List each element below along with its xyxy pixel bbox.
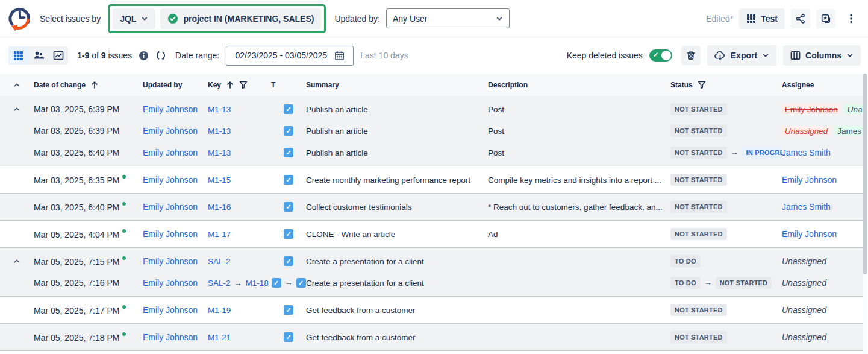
columns-button[interactable]: Columns [783, 45, 861, 66]
column-header-description[interactable]: Description [488, 81, 670, 89]
type-checkbox-value: ✓ [284, 229, 293, 239]
deleted-issues-bin-button[interactable] [681, 46, 701, 65]
status-cell: TO DO [670, 255, 782, 267]
info-button[interactable] [139, 51, 149, 61]
assignee-unassigned: Unassigned [782, 256, 826, 266]
new-change-dot [122, 332, 126, 336]
date-text: Mar 05, 2025, 7:17 PM [34, 306, 119, 315]
chevron-down-icon [846, 52, 854, 59]
issue-key-link[interactable]: SAL-2 [208, 257, 231, 266]
top-bar: Select issues by JQL project IN (MARKETI… [0, 0, 868, 37]
jql-mode-button[interactable]: JQL [113, 8, 155, 29]
type-checkbox-value: ✓ [284, 175, 293, 185]
issue-key-link[interactable]: M1-16 [208, 203, 231, 212]
row-group: Mar 03, 2025, 6:40 PMEmily JohnsonM1-16✓… [0, 194, 863, 221]
keep-deleted-toggle[interactable]: ✓ [649, 49, 672, 62]
status-cell: NOT STARTED→IN PROGRESS [670, 147, 782, 159]
collapse-all-button[interactable] [0, 81, 34, 89]
status-badge: NOT STARTED [716, 277, 772, 289]
updated-by-link[interactable]: Emily Johnson [143, 332, 198, 342]
change-arrow-icon: → [731, 148, 738, 157]
assignee-cell: Emily Johnson [782, 175, 863, 185]
filter-funnel-icon[interactable] [239, 81, 248, 89]
table-view-tab[interactable] [8, 46, 28, 65]
summary-cell: CLONE - Write an article [306, 230, 488, 239]
more-actions-button[interactable] [841, 9, 861, 28]
chevron-down-icon [141, 15, 148, 22]
jql-query-text: project IN (MARKETING, SALES) [183, 14, 314, 24]
assignee-unassigned: Unassigned [782, 305, 826, 315]
summary-cell: Publish an article [306, 148, 488, 157]
share-button[interactable] [791, 9, 810, 28]
assignee-link[interactable]: Emily Johnson [782, 175, 837, 185]
vertical-scrollbar[interactable] [863, 74, 867, 354]
change-arrow-icon: → [704, 278, 712, 287]
column-header-date[interactable]: Date of change [34, 81, 143, 89]
assignee-link[interactable]: James Smith [782, 202, 831, 212]
row-group: Mar 05, 2025, 4:04 PMEmily JohnsonM1-17✓… [0, 221, 863, 248]
refresh-button[interactable] [155, 50, 166, 61]
info-icon [139, 51, 149, 61]
status-cell: NOT STARTED [670, 331, 782, 343]
issue-key-link[interactable]: M1-17 [208, 230, 231, 239]
date-of-change-cell: Mar 05, 2025, 4:04 PM [34, 229, 143, 239]
column-header-assignee[interactable]: Assignee [782, 81, 863, 89]
updated-by-link[interactable]: Emily Johnson [143, 148, 198, 157]
updated-by-value: Any User [393, 14, 428, 24]
updated-by-link[interactable]: Emily Johnson [143, 202, 198, 212]
summary-cell: Create a presentation for a client [306, 279, 488, 288]
saved-reports-button[interactable] [816, 9, 835, 28]
status-badge: NOT STARTED [670, 125, 727, 137]
new-change-dot [122, 305, 126, 309]
table-row: Mar 03, 2025, 6:40 PMEmily JohnsonM1-16✓… [0, 196, 863, 218]
date-range-input[interactable]: 02/23/2025 - 03/05/2025 [226, 46, 354, 66]
sort-arrow-up-icon[interactable] [226, 81, 234, 89]
updated-by-link[interactable]: Emily Johnson [143, 229, 198, 239]
issue-key-link[interactable]: SAL-2 [208, 279, 231, 288]
issue-key-link[interactable]: M1-18 [246, 279, 269, 288]
kebab-menu-icon [846, 13, 856, 24]
column-header-status[interactable]: Status [670, 81, 782, 89]
type-checkbox-value: ✓ [284, 305, 293, 315]
column-header-type[interactable]: T [271, 81, 306, 89]
status-cell: NOT STARTED [670, 201, 782, 213]
column-header-updated-by[interactable]: Updated by [143, 81, 208, 89]
issue-key-link[interactable]: M1-13 [208, 127, 231, 136]
chart-view-tab[interactable] [48, 46, 68, 65]
summary-cell: Create a presentation for a client [306, 257, 488, 266]
scrollbar-thumb[interactable] [863, 74, 867, 274]
updated-by-cell: Emily Johnson [143, 148, 208, 157]
issue-key-link[interactable]: M1-15 [208, 175, 231, 185]
updated-by-select[interactable]: Any User [386, 8, 510, 28]
issue-key-link[interactable]: M1-21 [208, 333, 231, 342]
updated-by-link[interactable]: Emily Johnson [143, 175, 198, 185]
collapse-group-button[interactable] [13, 106, 20, 113]
status-badge: TO DO [670, 255, 701, 267]
updated-by-cell: Emily Johnson [143, 278, 208, 288]
status-badge: NOT STARTED [670, 174, 727, 186]
date-of-change-cell: Mar 03, 2025, 6:35 PM [34, 175, 143, 185]
issue-key-link[interactable]: M1-13 [208, 105, 231, 114]
column-header-summary[interactable]: Summary [306, 81, 488, 89]
report-name-button[interactable]: Test [739, 8, 785, 29]
updated-by-link[interactable]: Emily Johnson [143, 278, 198, 288]
filter-funnel-icon[interactable] [698, 81, 706, 89]
assignee-cell: UnassignedJames Smith [782, 126, 863, 136]
issue-key-link[interactable]: M1-19 [208, 306, 231, 315]
issue-type-cell: ✓ [271, 332, 306, 342]
assignee-link[interactable]: James Smith [782, 148, 831, 157]
date-text: Mar 03, 2025, 6:40 PM [34, 148, 119, 157]
updated-by-link[interactable]: Emily Johnson [143, 305, 198, 315]
column-header-key[interactable]: Key [208, 81, 271, 89]
sort-arrow-up-icon[interactable] [90, 81, 99, 89]
updated-by-link[interactable]: Emily Johnson [143, 104, 198, 114]
updated-by-link[interactable]: Emily Johnson [143, 126, 198, 136]
row-group: Mar 05, 2025, 7:15 PMEmily JohnsonSAL-2✓… [0, 248, 863, 297]
assignee-link[interactable]: Emily Johnson [782, 229, 837, 239]
collapse-group-button[interactable] [13, 258, 20, 265]
jql-query-chip[interactable]: project IN (MARKETING, SALES) [160, 8, 321, 29]
export-button[interactable]: Export [707, 45, 776, 66]
updated-by-link[interactable]: Emily Johnson [143, 256, 198, 266]
people-view-tab[interactable] [28, 46, 48, 65]
issue-key-link[interactable]: M1-13 [208, 148, 231, 157]
